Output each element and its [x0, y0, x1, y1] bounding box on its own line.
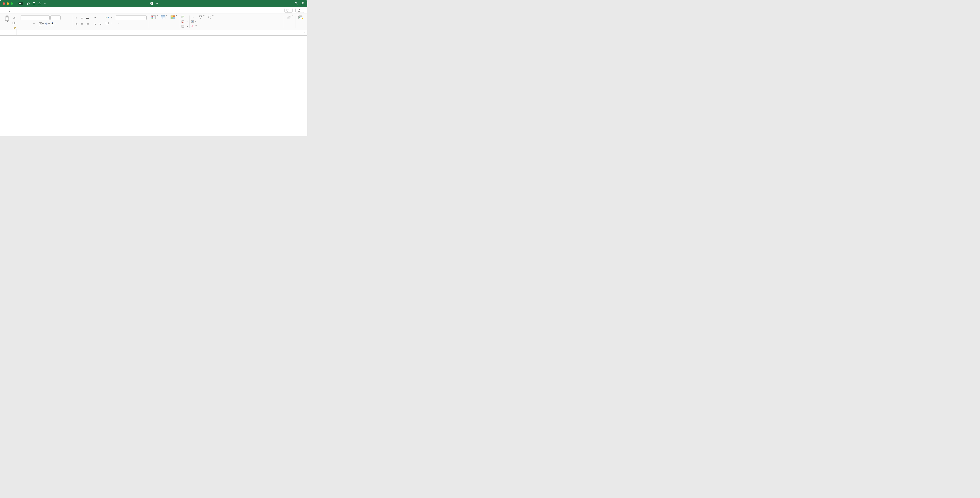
- comma-format-button[interactable]: [126, 22, 131, 26]
- fill-down-icon: [191, 20, 194, 23]
- group-separator: [180, 16, 180, 28]
- save-quick-button[interactable]: [33, 2, 35, 5]
- tell-me-button[interactable]: [8, 9, 12, 12]
- fill-button[interactable]: [191, 19, 196, 24]
- borders-button[interactable]: [38, 22, 44, 26]
- clear-button[interactable]: [191, 24, 196, 28]
- increase-indent-button[interactable]: [98, 22, 102, 26]
- close-window-button[interactable]: [3, 2, 5, 5]
- analyze-data-icon: [298, 15, 303, 19]
- analyze-data-button[interactable]: [298, 15, 304, 21]
- wrap-text-button[interactable]: ab: [106, 15, 112, 20]
- accounting-chevron-icon: [118, 23, 119, 24]
- clipboard-group: [2, 14, 19, 29]
- format-as-table-button[interactable]: [160, 15, 169, 21]
- formula-input[interactable]: [26, 29, 301, 35]
- window-controls: [3, 2, 13, 5]
- number-format-select[interactable]: [116, 16, 146, 20]
- font-color-button[interactable]: A: [51, 22, 56, 26]
- font-name-chevron-icon: [47, 17, 48, 18]
- autosum-button[interactable]: [191, 15, 196, 19]
- increase-font-size-button[interactable]: [61, 16, 66, 20]
- align-middle-button[interactable]: [80, 16, 84, 20]
- format-cells-button[interactable]: [181, 24, 188, 28]
- formula-bar: [0, 29, 307, 35]
- sort-filter-icon: [199, 15, 202, 19]
- undo-button[interactable]: [43, 3, 46, 4]
- cut-icon: [13, 16, 16, 19]
- align-left-button[interactable]: [75, 22, 79, 26]
- autosum-chevron-icon: [192, 16, 194, 18]
- sheet: [0, 35, 307, 136]
- svg-text:ab: ab: [106, 16, 107, 18]
- align-left-icon: [75, 23, 78, 25]
- align-right-button[interactable]: [85, 22, 89, 26]
- underline-button[interactable]: [31, 22, 36, 26]
- format-painter-icon: [13, 27, 16, 29]
- merge-center-button[interactable]: [106, 21, 112, 26]
- cut-button[interactable]: [12, 16, 17, 20]
- mini-separator: [91, 16, 91, 19]
- increase-indent-icon: [99, 23, 102, 25]
- paste-button[interactable]: [3, 15, 11, 22]
- accounting-format-button[interactable]: [116, 22, 120, 26]
- bold-button[interactable]: [21, 22, 25, 26]
- account-button[interactable]: [301, 2, 305, 5]
- orientation-button[interactable]: [92, 16, 97, 20]
- cell-styles-chevron-icon: [176, 14, 177, 16]
- autosave-toggle[interactable]: [17, 2, 23, 5]
- excel-window: A: [0, 0, 307, 136]
- merge-center-chevron-icon: [111, 22, 113, 24]
- formula-bar-expand-button[interactable]: [301, 29, 307, 35]
- home-quick-button[interactable]: [27, 2, 30, 5]
- minimize-window-button[interactable]: [7, 2, 9, 5]
- decrease-decimal-button[interactable]: [137, 22, 141, 26]
- align-bottom-button[interactable]: [85, 16, 89, 20]
- sensitivity-icon: [286, 15, 291, 19]
- font-size-chevron-icon: [58, 17, 59, 18]
- conditional-formatting-button[interactable]: [150, 15, 159, 21]
- wrap-text-icon: ab: [106, 16, 109, 19]
- share-button[interactable]: [295, 8, 304, 13]
- find-select-icon: [208, 15, 212, 19]
- borders-icon: [39, 22, 42, 25]
- insert-cells-button[interactable]: [181, 15, 188, 19]
- underline-chevron-icon: [33, 23, 34, 24]
- decrease-indent-button[interactable]: [92, 22, 97, 26]
- number-group: [114, 14, 148, 29]
- format-as-table-icon: [161, 15, 165, 19]
- document-title-button[interactable]: [150, 2, 158, 5]
- excel-file-icon: [150, 2, 153, 5]
- sort-filter-button[interactable]: [197, 15, 205, 21]
- orientation-chevron-icon: [94, 17, 95, 18]
- font-name-select[interactable]: [21, 16, 49, 20]
- align-top-button[interactable]: [75, 16, 79, 20]
- share-icon: [298, 9, 301, 12]
- font-size-select[interactable]: [50, 16, 60, 20]
- font-color-icon: A: [51, 22, 53, 24]
- account-icon: [301, 2, 305, 5]
- print-quick-button[interactable]: [38, 2, 41, 5]
- copy-button[interactable]: [12, 21, 17, 25]
- delete-chevron-icon: [186, 21, 188, 22]
- name-box[interactable]: [0, 29, 16, 35]
- fullscreen-window-button[interactable]: [11, 2, 13, 5]
- cell-styles-button[interactable]: [170, 15, 178, 21]
- editing-group: [190, 14, 216, 29]
- decrease-font-size-button[interactable]: [67, 16, 71, 20]
- styles-group: [149, 14, 180, 29]
- find-select-button[interactable]: [207, 15, 215, 21]
- format-chevron-icon: [186, 25, 188, 27]
- delete-cells-button[interactable]: [181, 20, 188, 24]
- align-center-button[interactable]: [80, 22, 84, 26]
- italic-button[interactable]: [26, 22, 30, 26]
- undo-chevron-icon: [44, 3, 46, 4]
- search-button[interactable]: [294, 2, 298, 5]
- fill-color-button[interactable]: [45, 22, 50, 26]
- fill-chevron-icon: [195, 21, 196, 22]
- comments-button[interactable]: [285, 8, 293, 13]
- percent-format-button[interactable]: [121, 22, 126, 26]
- autosave-knob-icon: [19, 3, 21, 5]
- align-top-icon: [75, 17, 78, 19]
- increase-decimal-button[interactable]: [132, 22, 136, 26]
